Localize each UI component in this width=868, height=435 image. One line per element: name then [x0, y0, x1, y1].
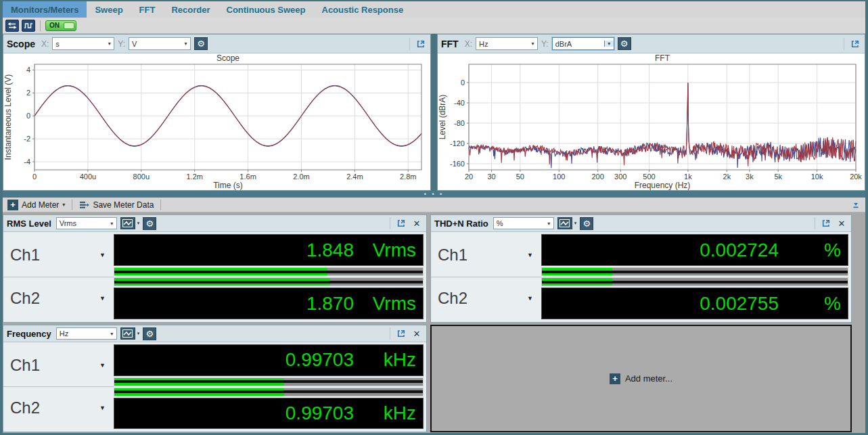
x-tick-label: 50: [516, 173, 524, 181]
tab-label: FFT: [139, 5, 156, 15]
scope-popout-button[interactable]: [415, 38, 427, 50]
tab-sweep[interactable]: Sweep: [87, 1, 131, 18]
meter-unit-select[interactable]: Vrms▾: [56, 217, 117, 229]
scope-y-unit-value: V: [132, 40, 181, 48]
save-meter-data-button[interactable]: Save Meter Data: [77, 198, 156, 212]
meter-display-ch1: 1.848Vrms: [114, 234, 424, 266]
meter-settings-button[interactable]: ⚙: [143, 327, 156, 340]
add-meter-label: Add Meter: [22, 200, 59, 210]
channel-selector-ch1[interactable]: Ch1▼: [3, 234, 114, 277]
splitter-handle-dots: • • •: [424, 192, 444, 196]
main-toolbar: ON: [3, 18, 865, 34]
scope-x-unit-select[interactable]: s ▾: [52, 37, 114, 50]
tab-fft[interactable]: FFT: [131, 1, 164, 18]
chevron-down-icon: ▾: [544, 221, 553, 227]
fft-panel-header: FFT X: Hz ▾ Y: dBrA ▾ ⚙: [438, 35, 865, 53]
meter-unit-select[interactable]: %▾: [493, 217, 554, 229]
channel-selector-ch2[interactable]: Ch2▼: [431, 277, 541, 320]
tab-label: Monitors/Meters: [11, 5, 78, 15]
chart-xlabel: Frequency (Hz): [635, 181, 691, 190]
generator-button[interactable]: [22, 20, 35, 32]
signal-path-button[interactable]: [5, 20, 19, 32]
meter-settings-button[interactable]: ⚙: [143, 217, 156, 230]
meter-graph-icon: [559, 219, 570, 227]
channel-name: Ch2: [10, 398, 40, 417]
tab-acoustic-response[interactable]: Acoustic Response: [314, 1, 412, 18]
chart-xlabel: Time (s): [213, 181, 243, 190]
meter-popout-button[interactable]: [395, 327, 407, 340]
add-meter-placeholder[interactable]: + Add meter...: [430, 325, 852, 432]
meters-grid: RMS LevelVrms▾▾⚙✕Ch1▼Ch2▼1.848Vrms1.870V…: [3, 212, 865, 433]
meter-value: 0.002724: [700, 239, 779, 261]
meter-popout-button[interactable]: [395, 217, 407, 229]
x-tick-label: 3k: [746, 173, 754, 181]
popout-icon: [396, 219, 406, 228]
tab-label: Sweep: [95, 5, 122, 15]
fft-popout-button[interactable]: [849, 38, 861, 50]
channel-selector-ch2[interactable]: Ch2▼: [3, 387, 114, 429]
tab-monitors-meters[interactable]: Monitors/Meters: [3, 1, 87, 18]
channel-caret-icon: ▼: [527, 252, 533, 258]
scope-y-unit-select[interactable]: V ▾: [129, 37, 191, 50]
x-tick-label: 1.2m: [186, 173, 202, 181]
scope-panel: Scope X: s ▾ Y: V ▾ ⚙: [3, 34, 431, 191]
scope-x-unit-value: s: [55, 40, 104, 48]
meter-unit-value: %: [497, 219, 544, 227]
x-tick-label: 20: [465, 173, 473, 181]
meter-value: 0.99703: [285, 403, 354, 424]
collapse-meters-button[interactable]: [850, 200, 862, 210]
fft-x-unit-select[interactable]: Hz ▾: [476, 37, 538, 50]
meter-graph-button[interactable]: [557, 217, 572, 229]
meter-unit-select[interactable]: Hz▾: [56, 327, 117, 340]
app-window: Monitors/MetersSweepFFTRecorderContinuou…: [0, 0, 868, 435]
tab-recorder[interactable]: Recorder: [163, 1, 218, 18]
meter-panel-thd-n-ratio: THD+N Ratio%▾▾⚙✕Ch1▼Ch2▼0.002724%0.00275…: [430, 214, 852, 323]
tab-label: Acoustic Response: [322, 5, 404, 15]
tab-continuous-sweep[interactable]: Continuous Sweep: [219, 1, 314, 18]
fft-settings-button[interactable]: ⚙: [618, 37, 631, 50]
meter-display-ch2: 0.99703kHz: [114, 398, 424, 430]
plus-icon: +: [7, 200, 18, 210]
meter-bar-ch2: [114, 388, 424, 396]
gear-icon: ⚙: [145, 329, 154, 338]
dock-arrow-icon: [852, 201, 860, 209]
x-tick-label: 400u: [80, 173, 96, 181]
save-meter-data-label: Save Meter Data: [93, 200, 154, 210]
save-meter-data-icon: [79, 200, 89, 210]
toolbar-separator: [40, 20, 41, 31]
plots-meters-splitter[interactable]: • • •: [3, 191, 865, 198]
fft-trace-ch1: [469, 83, 856, 166]
close-icon[interactable]: ✕: [836, 217, 848, 229]
meter-settings-button[interactable]: ⚙: [580, 217, 593, 230]
meter-bar-ch2: [114, 277, 424, 286]
fft-trace-ch2: [469, 83, 856, 168]
meter-toolbar: + Add Meter ▾ Save Meter Data: [3, 198, 865, 212]
channel-caret-icon: ▼: [99, 362, 106, 369]
fft-y-unit-select[interactable]: dBrA ▾: [552, 37, 614, 50]
add-meter-button[interactable]: + Add Meter ▾: [5, 198, 67, 212]
close-icon[interactable]: ✕: [411, 217, 423, 229]
meter-graph-button[interactable]: [120, 217, 135, 229]
popout-icon: [396, 329, 406, 338]
channel-caret-icon: ▼: [99, 295, 106, 302]
meter-value: 0.002755: [700, 293, 779, 315]
meter-graph-button[interactable]: [120, 327, 135, 340]
meter-value: 0.99703: [285, 349, 354, 371]
generator-on-toggle[interactable]: ON: [45, 20, 76, 31]
scope-settings-button[interactable]: ⚙: [194, 37, 208, 50]
channel-caret-icon: ▼: [99, 405, 106, 411]
channel-selector-ch1[interactable]: Ch1▼: [3, 344, 114, 387]
channel-selector-ch1[interactable]: Ch1▼: [431, 234, 541, 277]
close-icon[interactable]: ✕: [411, 327, 423, 340]
meter-display-ch2: 0.002755%: [541, 288, 848, 319]
channel-selector-ch2[interactable]: Ch2▼: [3, 277, 114, 320]
meter-title: RMS Level: [7, 219, 51, 229]
fft-y-axis-label: Y:: [541, 39, 549, 49]
meter-graph-icon: [122, 329, 133, 338]
meter-bar-stripe: [114, 271, 423, 273]
meter-unit: Vrms: [354, 293, 416, 315]
gear-icon: ⚙: [583, 219, 591, 228]
meter-popout-button[interactable]: [820, 217, 832, 229]
meter-title: Frequency: [7, 329, 51, 339]
fft-panel-title: FFT: [441, 39, 459, 49]
